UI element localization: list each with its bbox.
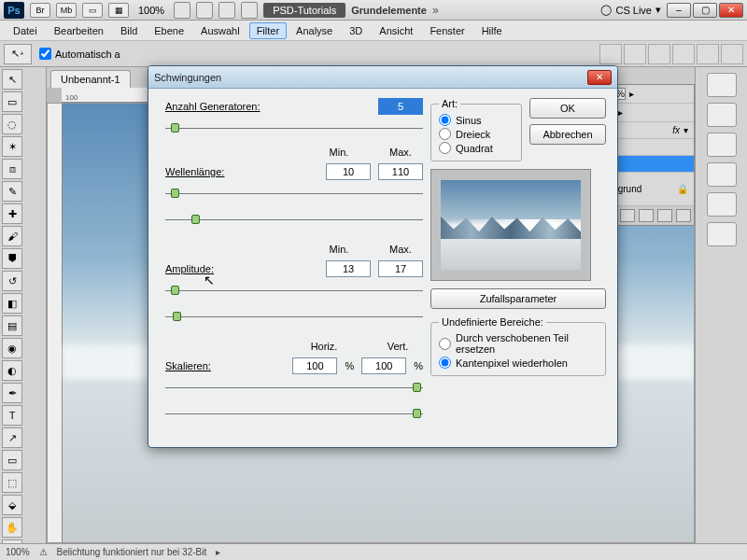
status-zoom[interactable]: 100% <box>6 547 30 557</box>
chevron-icon[interactable]: ▸ <box>216 547 220 557</box>
menu-bearbeiten[interactable]: Bearbeiten <box>47 22 111 39</box>
adjustments-panel-icon[interactable] <box>707 162 737 187</box>
minimize-button[interactable]: – <box>667 3 691 18</box>
cancel-button[interactable]: Abbrechen <box>529 124 606 145</box>
3d-tool[interactable]: ⬚ <box>2 472 22 493</box>
wavelength-max-slider[interactable] <box>165 214 423 227</box>
type-tool[interactable]: T <box>2 405 22 426</box>
align-center-icon[interactable] <box>624 44 646 64</box>
cslive-button[interactable]: ◯CS Live▾ <box>600 4 661 16</box>
menu-fenster[interactable]: Fenster <box>422 22 472 39</box>
radio-repeat[interactable]: Kantenpixel wiederholen <box>439 356 598 370</box>
menu-auswahl[interactable]: Auswahl <box>193 22 247 39</box>
hand-icon[interactable] <box>174 2 190 19</box>
document-tab[interactable]: Unbenannt-1 <box>50 70 131 88</box>
scale-h-slider[interactable] <box>165 382 423 395</box>
screen-mode-icon[interactable]: ▭ <box>82 3 103 18</box>
gradient-tool[interactable]: ▤ <box>2 315 22 336</box>
scale-h-input[interactable] <box>292 357 337 374</box>
align-left-icon[interactable] <box>599 44 622 64</box>
stamp-tool[interactable]: ⛊ <box>2 248 22 269</box>
wavelength-min-input[interactable] <box>326 163 371 180</box>
rotate-icon[interactable] <box>218 2 235 19</box>
generators-slider[interactable] <box>165 122 423 135</box>
tools-panel: ↖▭ ◌✶ ⧈✎ ✚🖌 ⛊↺ ◧▤ ◉◐ ✒T ↗▭ ⬚⬙ ✋🔍 <box>0 67 47 543</box>
menu-filter[interactable]: Filter <box>249 22 287 39</box>
trash-icon[interactable] <box>676 209 691 222</box>
minibridge-icon[interactable]: Mb <box>56 3 77 18</box>
max-header: Max. <box>378 244 423 255</box>
chevron-icon[interactable]: ▸ <box>629 89 634 99</box>
scale-v-slider[interactable] <box>165 408 423 421</box>
dialog-title-bar[interactable]: Schwingungen ✕ <box>148 66 617 89</box>
move-tool[interactable]: ↖ <box>2 69 22 90</box>
zoom-level[interactable]: 100% <box>134 5 168 16</box>
zoom-icon[interactable] <box>196 2 213 19</box>
menu-ebene[interactable]: Ebene <box>147 22 191 39</box>
layers-panel-icon[interactable] <box>707 222 737 246</box>
current-tool-icon[interactable]: ↖+ <box>4 44 32 64</box>
radio-sinus[interactable]: Sinus <box>439 113 514 127</box>
ok-button[interactable]: OK <box>529 98 606 119</box>
amplitude-min-slider[interactable] <box>165 285 423 298</box>
scale-v-input[interactable] <box>361 357 406 374</box>
shape-tool[interactable]: ▭ <box>2 450 22 470</box>
fx-badge[interactable]: fx <box>672 125 680 135</box>
radio-wrap[interactable]: Durch verschobenen Teil ersetzen <box>439 331 598 356</box>
type-fieldset: Art: Sinus Dreieck Quadrat <box>430 98 522 161</box>
new-icon[interactable] <box>657 209 672 222</box>
wand-tool[interactable]: ✶ <box>2 136 22 157</box>
brush-tool[interactable]: 🖌 <box>2 226 22 246</box>
dialog-close-button[interactable]: ✕ <box>587 70 612 85</box>
distribute-3-icon[interactable] <box>721 44 743 64</box>
crop-tool[interactable]: ⧈ <box>2 159 22 179</box>
marquee-tool[interactable]: ▭ <box>2 91 22 112</box>
color-panel-icon[interactable] <box>707 73 737 97</box>
wavelength-max-input[interactable] <box>378 163 423 180</box>
generators-input[interactable] <box>378 98 423 115</box>
history-brush-tool[interactable]: ↺ <box>2 271 22 291</box>
amplitude-max-input[interactable] <box>378 260 423 277</box>
hand-tool[interactable]: ✋ <box>2 517 22 538</box>
lasso-tool[interactable]: ◌ <box>2 114 22 134</box>
3d-camera-tool[interactable]: ⬙ <box>2 495 22 515</box>
path-tool[interactable]: ↗ <box>2 427 22 448</box>
auto-select-checkbox[interactable]: Automatisch a <box>39 48 120 60</box>
masks-panel-icon[interactable] <box>707 192 737 217</box>
arrange-icon[interactable]: ▦ <box>108 3 129 18</box>
randomize-button[interactable]: Zufallsparameter <box>430 288 606 309</box>
menu-hilfe[interactable]: Hilfe <box>474 22 510 39</box>
distribute-2-icon[interactable] <box>697 44 719 64</box>
chevron-icon[interactable]: ▸ <box>618 107 623 118</box>
chevron-right-icon[interactable]: » <box>432 4 439 17</box>
radio-quadrat[interactable]: Quadrat <box>439 141 514 155</box>
right-dock <box>695 67 747 543</box>
radio-dreieck[interactable]: Dreieck <box>439 127 514 141</box>
distribute-1-icon[interactable] <box>672 44 695 64</box>
close-button[interactable]: ✕ <box>719 3 743 18</box>
eyedropper-tool[interactable]: ✎ <box>2 181 22 202</box>
menu-3d[interactable]: 3D <box>342 22 370 39</box>
pen-tool[interactable]: ✒ <box>2 383 22 403</box>
align-right-icon[interactable] <box>648 44 670 64</box>
workspace-pill[interactable]: PSD-Tutorials <box>263 3 345 18</box>
menu-datei[interactable]: Datei <box>6 22 45 39</box>
folder-icon[interactable] <box>639 209 654 222</box>
adjust-icon[interactable] <box>620 209 635 222</box>
amplitude-min-input[interactable] <box>326 260 371 277</box>
extras-icon[interactable] <box>241 2 258 19</box>
menu-analyse[interactable]: Analyse <box>289 22 340 39</box>
bridge-icon[interactable]: Br <box>30 3 50 18</box>
swatches-panel-icon[interactable] <box>707 103 737 127</box>
heal-tool[interactable]: ✚ <box>2 203 22 224</box>
amplitude-max-slider[interactable] <box>165 311 423 324</box>
chevron-down-icon[interactable]: ▾ <box>684 125 688 135</box>
dodge-tool[interactable]: ◐ <box>2 360 22 381</box>
wavelength-min-slider[interactable] <box>165 188 423 201</box>
eraser-tool[interactable]: ◧ <box>2 293 22 314</box>
blur-tool[interactable]: ◉ <box>2 338 22 358</box>
styles-panel-icon[interactable] <box>707 133 737 157</box>
maximize-button[interactable]: ▢ <box>693 3 717 18</box>
menu-ansicht[interactable]: Ansicht <box>372 22 420 39</box>
menu-bild[interactable]: Bild <box>113 22 145 39</box>
